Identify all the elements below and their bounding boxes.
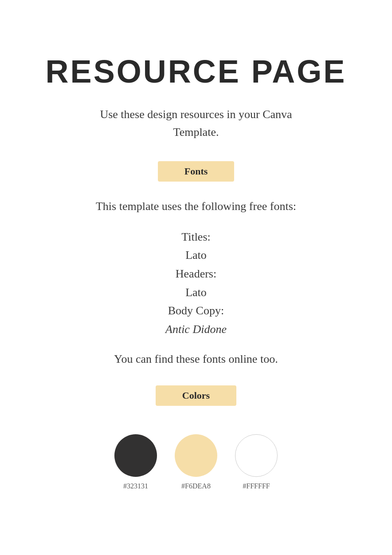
color-item-dark: #323131 <box>114 434 157 490</box>
fonts-badge-label: Fonts <box>184 166 208 177</box>
find-fonts-text: You can find these fonts online too. <box>114 353 278 366</box>
page-subtitle: Use these design resources in your Canva… <box>90 106 302 142</box>
titles-label: Titles: <box>181 228 211 246</box>
colors-badge: Colors <box>156 385 236 406</box>
page-container: RESOURCE PAGE Use these design resources… <box>0 0 392 555</box>
color-item-white: #FFFFFF <box>235 434 278 490</box>
colors-badge-label: Colors <box>182 390 210 401</box>
fonts-intro-text: This template uses the following free fo… <box>96 198 296 215</box>
titles-font-name: Lato <box>185 246 207 265</box>
page-title: RESOURCE PAGE <box>46 53 347 90</box>
fonts-badge: Fonts <box>158 161 235 182</box>
color-hex-dark: #323131 <box>123 482 148 490</box>
color-hex-white: #FFFFFF <box>243 482 270 490</box>
body-copy-font-name: Antic Didone <box>165 320 227 339</box>
color-item-tan: #F6DEA8 <box>175 434 217 490</box>
colors-section: Colors #323131 #F6DEA8 #FFFFFF <box>35 385 357 490</box>
font-list: Titles: Lato Headers: Lato Body Copy: An… <box>165 228 227 339</box>
color-swatch-tan <box>175 434 217 477</box>
color-swatches: #323131 #F6DEA8 #FFFFFF <box>114 434 278 490</box>
color-swatch-dark <box>114 434 157 477</box>
color-hex-tan: #F6DEA8 <box>181 482 211 490</box>
headers-font-name: Lato <box>185 283 207 302</box>
color-swatch-white <box>235 434 278 477</box>
headers-label: Headers: <box>176 265 216 283</box>
body-copy-label: Body Copy: <box>168 301 224 320</box>
